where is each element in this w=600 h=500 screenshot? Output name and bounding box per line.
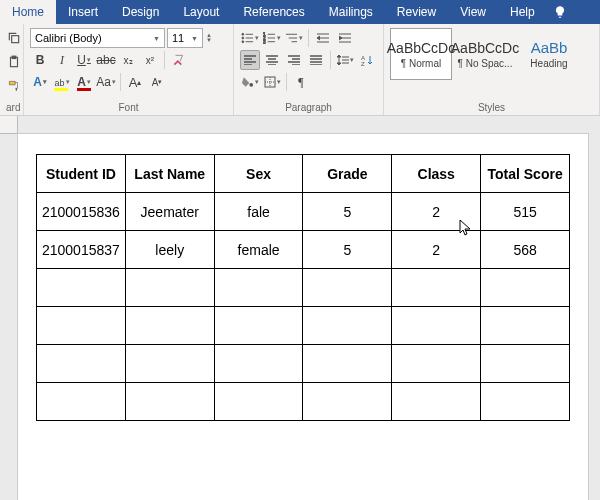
- svg-point-46: [249, 83, 253, 87]
- table-cell[interactable]: [125, 307, 214, 345]
- table-cell[interactable]: [481, 269, 570, 307]
- table-cell[interactable]: 515: [481, 193, 570, 231]
- table-header[interactable]: Class: [392, 155, 481, 193]
- align-left-button[interactable]: [240, 50, 260, 70]
- table-header[interactable]: Last Name: [125, 155, 214, 193]
- font-name-select[interactable]: Calibri (Body)▼: [30, 28, 165, 48]
- borders-button[interactable]: ▾: [262, 72, 282, 92]
- style-no-spacing[interactable]: AaBbCcDc ¶ No Spac...: [454, 28, 516, 80]
- style-normal[interactable]: AaBbCcDc ¶ Normal: [390, 28, 452, 80]
- numbering-button[interactable]: 123▾: [262, 28, 282, 48]
- student-table[interactable]: Student IDLast NameSexGradeClassTotal Sc…: [36, 154, 570, 421]
- bullets-button[interactable]: ▾: [240, 28, 260, 48]
- change-case-button[interactable]: Aa▾: [96, 72, 116, 92]
- align-right-button[interactable]: [284, 50, 304, 70]
- paste-button[interactable]: [6, 52, 22, 72]
- tab-mailings[interactable]: Mailings: [317, 0, 385, 24]
- table-cell[interactable]: [37, 345, 126, 383]
- subscript-button[interactable]: x₂: [118, 50, 138, 70]
- tab-view[interactable]: View: [448, 0, 498, 24]
- increase-indent-button[interactable]: [335, 28, 355, 48]
- table-header[interactable]: Total Score: [481, 155, 570, 193]
- table-row: [37, 307, 570, 345]
- table-header[interactable]: Student ID: [37, 155, 126, 193]
- tab-help[interactable]: Help: [498, 0, 547, 24]
- document-page[interactable]: Student IDLast NameSexGradeClassTotal Sc…: [18, 134, 588, 500]
- table-cell[interactable]: 2100015837: [37, 231, 126, 269]
- table-cell[interactable]: [37, 307, 126, 345]
- table-cell[interactable]: [214, 383, 303, 421]
- italic-button[interactable]: I: [52, 50, 72, 70]
- table-cell[interactable]: [125, 345, 214, 383]
- bold-button[interactable]: B: [30, 50, 50, 70]
- table-cell[interactable]: [125, 269, 214, 307]
- table-cell[interactable]: [37, 383, 126, 421]
- table-cell[interactable]: 5: [303, 231, 392, 269]
- table-cell[interactable]: [214, 345, 303, 383]
- table-header[interactable]: Grade: [303, 155, 392, 193]
- style-name: ¶ Normal: [401, 58, 441, 69]
- table-cell[interactable]: [125, 383, 214, 421]
- table-cell[interactable]: fale: [214, 193, 303, 231]
- tab-review[interactable]: Review: [385, 0, 448, 24]
- font-color-button[interactable]: A▾: [74, 72, 94, 92]
- table-header[interactable]: Sex: [214, 155, 303, 193]
- table-cell[interactable]: [392, 345, 481, 383]
- decrease-indent-button[interactable]: [313, 28, 333, 48]
- clear-formatting-button[interactable]: [169, 50, 189, 70]
- table-cell[interactable]: [392, 307, 481, 345]
- highlight-button[interactable]: ab▾: [52, 72, 72, 92]
- group-clipboard: ard: [0, 24, 24, 115]
- line-spacing-button[interactable]: ▾: [335, 50, 355, 70]
- tab-references[interactable]: References: [231, 0, 316, 24]
- sort-button[interactable]: AZ: [357, 50, 377, 70]
- justify-button[interactable]: [306, 50, 326, 70]
- table-cell[interactable]: 2100015836: [37, 193, 126, 231]
- table-cell[interactable]: Jeemater: [125, 193, 214, 231]
- shading-button[interactable]: ▾: [240, 72, 260, 92]
- table-cell[interactable]: [303, 307, 392, 345]
- svg-point-3: [242, 33, 244, 35]
- table-cell[interactable]: [392, 383, 481, 421]
- tell-me-button[interactable]: [547, 0, 573, 24]
- grow-font-button[interactable]: A▴: [125, 72, 145, 92]
- table-cell[interactable]: 568: [481, 231, 570, 269]
- table-cell[interactable]: [481, 383, 570, 421]
- font-size-stepper[interactable]: ▲▼: [206, 33, 212, 43]
- tab-design[interactable]: Design: [110, 0, 171, 24]
- table-row: [37, 383, 570, 421]
- copy-button[interactable]: [6, 28, 22, 48]
- table-cell[interactable]: [481, 345, 570, 383]
- strikethrough-button[interactable]: abc: [96, 50, 116, 70]
- table-cell[interactable]: [303, 383, 392, 421]
- table-cell[interactable]: [481, 307, 570, 345]
- table-cell[interactable]: [303, 269, 392, 307]
- format-painter-button[interactable]: [6, 76, 22, 96]
- tab-layout[interactable]: Layout: [171, 0, 231, 24]
- style-preview: AaBbCcDc: [451, 40, 519, 56]
- table-cell[interactable]: female: [214, 231, 303, 269]
- table-cell[interactable]: [392, 269, 481, 307]
- font-size-select[interactable]: 11▼: [167, 28, 203, 48]
- superscript-button[interactable]: x²: [140, 50, 160, 70]
- table-cell[interactable]: [214, 269, 303, 307]
- style-heading1[interactable]: AaBb Heading: [518, 28, 580, 80]
- table-cell[interactable]: [214, 307, 303, 345]
- ribbon-tabs: Home Insert Design Layout References Mai…: [0, 0, 600, 24]
- multilevel-list-button[interactable]: ▾: [284, 28, 304, 48]
- text-effects-button[interactable]: A▾: [30, 72, 50, 92]
- show-marks-button[interactable]: ¶: [291, 72, 311, 92]
- shrink-font-button[interactable]: A▾: [147, 72, 167, 92]
- tab-home[interactable]: Home: [0, 0, 56, 24]
- table-cell[interactable]: leely: [125, 231, 214, 269]
- table-cell[interactable]: 5: [303, 193, 392, 231]
- chevron-down-icon: ▼: [191, 35, 198, 42]
- table-cell[interactable]: 2: [392, 231, 481, 269]
- separator: [330, 51, 331, 69]
- table-cell[interactable]: [37, 269, 126, 307]
- underline-button[interactable]: U▾: [74, 50, 94, 70]
- tab-insert[interactable]: Insert: [56, 0, 110, 24]
- table-cell[interactable]: [303, 345, 392, 383]
- align-center-button[interactable]: [262, 50, 282, 70]
- table-cell[interactable]: 2: [392, 193, 481, 231]
